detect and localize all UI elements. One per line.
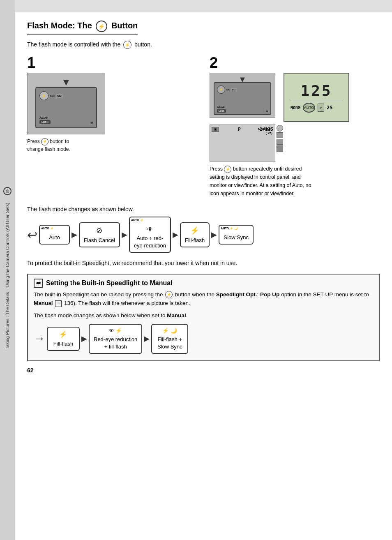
monitor-normal: NORMAL( 25): [258, 127, 272, 135]
flow-slowsync-super: AUTO ⚡ 🌙: [221, 226, 238, 231]
step-1-image: ▼ ⚡ ISO SIZ AE/AF LOCK M: [27, 73, 105, 134]
monitor-p: P: [238, 127, 241, 132]
title-suffix: Button: [111, 21, 138, 30]
step1-flash-area: ⚡ ISO SIZ: [39, 91, 63, 100]
step2-monitor: ▣ P 1/125 NORMAL( 25): [210, 125, 275, 162]
flow2-start-arrow: →: [34, 330, 45, 348]
protection-text: To protect the built-in Speedlight, we r…: [27, 258, 380, 268]
note-title-text: Setting the Built-in Speedlight to Manua…: [46, 279, 173, 287]
monitor-icon-1: ▣: [212, 127, 219, 132]
fill-flash-label: Fill-flash: [185, 237, 205, 244]
lcd-p: P: [318, 104, 324, 112]
lcd-bottom-row: NORM AUTO P 25: [291, 103, 342, 113]
flow-curve-arrow: ↩: [27, 228, 37, 242]
step-1-caption: Press ⚡ button tochange flash mode.: [27, 138, 197, 153]
note-body: The built-in Speedlight can be raised by…: [34, 290, 373, 354]
step1-m-label: M: [90, 121, 93, 124]
flow2-arrow-2: ▶: [144, 333, 150, 345]
note-bold-2: Pop Up: [260, 291, 279, 298]
lcd-auto-icon: AUTO: [303, 103, 315, 113]
flow-auto-super: AUTO ⚡: [41, 226, 54, 231]
flow-row-2: → ⚡ Fill-flash ▶ 👁 ⚡ Red-eye reduction+ …: [34, 324, 373, 354]
step1-aeaf-label: AE/AF: [39, 116, 48, 119]
fill-flash-icon: ⚡: [185, 226, 205, 236]
flow-box-flash-cancel: ⊘ Flash Cancel: [79, 222, 120, 247]
flow2-box-slow: ⚡ 🌙 Fill-flash +Slow Sync: [151, 324, 188, 354]
flow-redeye-super: AUTO ⚡: [131, 218, 144, 222]
step2-m: M: [266, 110, 268, 113]
flow-arrow-3: ▶: [173, 230, 178, 239]
step-1-number: 1: [27, 55, 197, 70]
step2-aeaf: AE/AF: [217, 106, 224, 108]
step2-caption: Press ⚡ button repeatedly until desired …: [210, 165, 316, 198]
step1-siz-label: SIZ: [56, 94, 63, 98]
flash-button-icon: ⚡: [96, 21, 107, 32]
flow2-box-fill: ⚡ Fill-flash: [47, 327, 80, 351]
steps-row: 1 ▼ ⚡ ISO SIZ AE/AF LOCK: [27, 55, 380, 198]
title-text: Flash Mode: The: [27, 21, 92, 30]
step2-iso: ISO: [226, 88, 230, 91]
slow-sync-label: Slow Sync: [224, 234, 249, 241]
flow-arrow-2: ▶: [122, 230, 127, 239]
flow-box-fill-flash: ⚡ Fill-flash: [180, 222, 210, 247]
flow-intro-text: The flash mode changes as shown below.: [27, 206, 380, 212]
side-ctrl-3: [277, 139, 283, 145]
step1-lock-label: LOCK: [39, 120, 51, 124]
redeye-icon: 👁: [134, 226, 166, 234]
step2-left-col: ▼ ⚡ ISO SIZ AE/AF LOCK M: [210, 73, 275, 162]
main-content: Flash Mode: The ⚡ Button The flash mode …: [15, 0, 392, 540]
flow2-redeye-label: Red-eye reduction+ fill-flash: [94, 336, 137, 351]
side-ctrl-2: [277, 132, 283, 138]
note-flash-icon: ⚡: [165, 291, 173, 298]
flow2-arrow-1: ▶: [81, 333, 87, 345]
step-1-block: 1 ▼ ⚡ ISO SIZ AE/AF LOCK: [27, 55, 197, 198]
note-para-1: The built-in Speedlight can be raised by…: [34, 290, 373, 308]
step2-siz: SIZ: [231, 88, 236, 91]
side-ctrl-4: [277, 145, 283, 152]
flow2-box-redeye: 👁 ⚡ Red-eye reduction+ fill-flash: [89, 324, 142, 354]
flow-arrow-1: ▶: [71, 230, 77, 239]
lcd-number: 125: [300, 82, 332, 99]
sidebar: ◎ Taking Pictures : The Details—Using th…: [0, 0, 15, 540]
page-header-bar: [15, 0, 392, 12]
note-bold-1: Speedlight Opt.: [216, 291, 257, 298]
flow-box-redeye: AUTO ⚡ 👁 Auto + red-eye reduction: [129, 217, 171, 253]
step2-lock: LOCK: [217, 109, 226, 113]
flow2-redeye-icon: 👁 ⚡: [94, 327, 137, 335]
note-book-icon: 📖: [55, 300, 62, 307]
flow-row-1: ↩ AUTO ⚡ Auto ▶ ⊘ Flash Cancel ▶ AUTO ⚡ …: [27, 217, 380, 253]
lcd-display: 125 NORM AUTO P 25: [284, 73, 349, 122]
note-bold-3: Manual: [34, 300, 53, 306]
intro-flash-icon: ⚡: [123, 41, 131, 49]
sidebar-label: Taking Pictures : The Details—Using the …: [3, 198, 12, 353]
page-title: Flash Mode: The ⚡ Button: [27, 21, 138, 35]
step2-camera-image: ▼ ⚡ ISO SIZ AE/AF LOCK M: [210, 73, 275, 118]
note-title-row: ✏ Setting the Built-in Speedlight to Man…: [34, 279, 373, 288]
step1-arrow: ▼: [61, 76, 71, 88]
flow-auto-label: Auto: [49, 234, 60, 240]
flash-cancel-icon: ⊘: [84, 226, 115, 236]
step1-flash-btn: ⚡: [39, 91, 48, 100]
flow-section-1: The flash mode changes as shown below. ↩…: [27, 206, 380, 253]
flow-box-slow-sync: AUTO ⚡ 🌙 Slow Sync: [219, 225, 254, 245]
flash-cancel-label: Flash Cancel: [84, 237, 115, 244]
step2-flash-btn: ⚡: [217, 85, 225, 94]
step2-caption-icon: ⚡: [224, 166, 231, 173]
lcd-divider: [291, 101, 342, 101]
step-2-block: 2 ▼ ⚡ ISO SIZ AE/A: [210, 55, 380, 198]
flow2-slow-icon: ⚡ 🌙: [156, 327, 183, 335]
page-number: 62: [27, 367, 380, 374]
step1-caption-icon: ⚡: [41, 138, 48, 145]
step1-iso-label: ISO: [50, 95, 55, 97]
flow2-fill-icon: ⚡: [52, 330, 75, 339]
flow-box-auto: AUTO ⚡ Auto: [39, 225, 70, 245]
side-ctrl-1: [277, 125, 283, 132]
intro-paragraph: The flash mode is controlled with the ⚡ …: [27, 40, 380, 49]
step1-camera-body: ⚡ ISO SIZ AE/AF LOCK M: [35, 87, 97, 128]
sidebar-circle-icon: ◎: [3, 187, 12, 195]
flow2-slow-label: Fill-flash +Slow Sync: [156, 336, 183, 351]
step2-images: ▼ ⚡ ISO SIZ AE/AF LOCK M: [210, 73, 380, 162]
step2-camera-body: ⚡ ISO SIZ AE/AF LOCK M: [214, 82, 271, 115]
note-para-2: The flash mode changes as shown below wh…: [34, 311, 373, 320]
lcd-25: 25: [327, 105, 332, 111]
